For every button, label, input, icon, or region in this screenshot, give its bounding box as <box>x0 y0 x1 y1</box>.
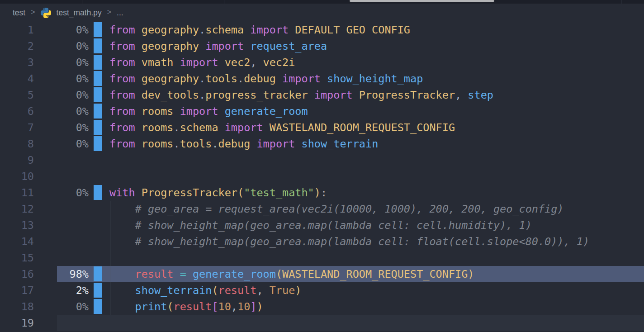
token-kw: from <box>109 105 142 118</box>
code-text[interactable]: # geo_area = request_area(vec2i(10000, 1… <box>102 201 564 217</box>
coverage-percent: 0% <box>34 22 89 38</box>
coverage-marker[interactable] <box>94 22 102 37</box>
coverage-marker[interactable] <box>94 299 102 314</box>
token-nu: 10 <box>218 300 231 313</box>
code-text[interactable]: from rooms.tools.debug import show_terra… <box>102 136 378 152</box>
code-line-7[interactable]: 70%from rooms.schema import WASTELAND_RO… <box>0 119 644 136</box>
line-number: 9 <box>0 152 34 168</box>
coverage-percent: 0% <box>34 119 89 136</box>
code-line-3[interactable]: 30%from vmath import vec2, vec2i <box>0 54 644 71</box>
token-kw: import <box>199 40 250 52</box>
token-pu <box>109 300 135 313</box>
indent-guide <box>110 201 110 315</box>
code-line-13[interactable]: 13 # show_height_map(geo_area.map(lambda… <box>0 217 644 233</box>
line-number: 18 <box>0 299 34 315</box>
token-pu: . <box>199 24 205 36</box>
token-pu <box>109 268 135 280</box>
code-text[interactable]: from geography import request_area <box>102 38 327 54</box>
code-text[interactable] <box>102 168 109 185</box>
coverage-marker[interactable] <box>94 38 102 53</box>
breadcrumb-symbol-ellipsis[interactable]: ... <box>117 8 123 18</box>
coverage-percent: 0% <box>34 54 89 71</box>
token-mod: schema <box>205 24 244 36</box>
code-text[interactable] <box>102 315 109 331</box>
coverage-marker[interactable] <box>94 185 102 200</box>
token-fn: request_area <box>250 40 327 52</box>
code-text[interactable] <box>102 152 109 168</box>
code-editor[interactable]: 10%from geography.schema import DEFAULT_… <box>0 22 644 331</box>
code-line-6[interactable]: 60%from rooms import generate_room <box>0 103 644 119</box>
coverage-marker[interactable] <box>94 266 102 281</box>
token-pu <box>173 268 180 280</box>
token-b2: [ <box>212 300 218 313</box>
coverage-marker[interactable] <box>94 136 102 151</box>
coverage-percent <box>34 315 89 331</box>
token-mod: WASTELAND_ROOM_REQUEST_CONFIG <box>282 268 468 280</box>
code-line-4[interactable]: 40%from geography.tools.debug import sho… <box>0 71 644 87</box>
token-mod: geography <box>142 40 199 52</box>
coverage-percent: 2% <box>34 282 89 299</box>
code-line-19[interactable]: 19 <box>0 315 644 331</box>
token-pu: . <box>212 138 218 150</box>
coverage-marker[interactable] <box>94 55 102 70</box>
token-op: = <box>180 268 186 280</box>
code-text[interactable]: print(result[10,10]) <box>102 299 263 315</box>
coverage-marker[interactable] <box>94 283 102 298</box>
token-pu: , <box>250 56 263 69</box>
breadcrumb-folder[interactable]: test <box>13 8 25 18</box>
code-text[interactable]: from vmath import vec2, vec2i <box>102 54 295 71</box>
code-text[interactable]: from rooms import generate_room <box>102 103 308 119</box>
code-line-5[interactable]: 50%from dev_tools.progress_tracker impor… <box>0 87 644 103</box>
token-kw: with <box>109 186 142 199</box>
code-line-2[interactable]: 20%from geography import request_area <box>0 38 644 54</box>
token-nu: True <box>270 284 295 297</box>
coverage-marker[interactable] <box>94 120 102 135</box>
code-text[interactable] <box>102 250 109 266</box>
token-b1: ( <box>167 300 173 313</box>
coverage-percent <box>34 152 89 168</box>
code-text[interactable]: from geography.schema import DEFAULT_GEO… <box>102 22 410 38</box>
code-text[interactable]: from geography.tools.debug import show_h… <box>102 71 423 87</box>
code-line-15[interactable]: 15 <box>0 250 644 266</box>
code-line-11[interactable]: 110%with ProgressTracker("test_math"): <box>0 185 644 201</box>
code-line-8[interactable]: 80%from rooms.tools.debug import show_te… <box>0 136 644 152</box>
code-line-12[interactable]: 12 # geo_area = request_area(vec2i(10000… <box>0 201 644 217</box>
code-line-17[interactable]: 172% show_terrain(result, True) <box>0 282 644 299</box>
line-number: 3 <box>0 54 34 71</box>
code-lines: 10%from geography.schema import DEFAULT_… <box>0 22 644 331</box>
editor-window: test > test_math.py > ... 10%from geogra… <box>0 0 644 332</box>
token-pu: . <box>199 72 205 85</box>
code-text[interactable]: from rooms.schema import WASTELAND_ROOM_… <box>102 119 455 136</box>
token-mod: ProgressTracker <box>359 89 455 101</box>
code-text[interactable]: show_terrain(result, True) <box>102 282 301 299</box>
code-line-9[interactable]: 9 <box>0 152 644 168</box>
code-text[interactable]: with ProgressTracker("test_math"): <box>102 185 327 201</box>
token-fn: show_height_map <box>327 72 423 85</box>
coverage-marker[interactable] <box>94 104 102 119</box>
line-number: 13 <box>0 217 34 233</box>
coverage-marker[interactable] <box>94 71 102 86</box>
token-b1: ( <box>237 186 244 199</box>
token-vr: result <box>218 284 257 297</box>
code-line-18[interactable]: 180% print(result[10,10]) <box>0 299 644 315</box>
code-line-10[interactable]: 10 <box>0 168 644 185</box>
code-text[interactable]: result = generate_room(WASTELAND_ROOM_RE… <box>102 266 474 282</box>
breadcrumb-file[interactable]: test_math.py <box>57 8 102 18</box>
code-line-1[interactable]: 10%from geography.schema import DEFAULT_… <box>0 22 644 38</box>
token-vr: result <box>174 300 212 313</box>
code-line-14[interactable]: 14 # show_height_map(geo_area.map(lambda… <box>0 233 644 250</box>
line-number: 14 <box>0 233 34 250</box>
token-fn: show_terrain <box>135 284 212 297</box>
code-text[interactable]: # show_height_map(geo_area.map(lambda ce… <box>102 233 589 250</box>
code-line-16[interactable]: 1698% result = generate_room(WASTELAND_R… <box>0 266 644 282</box>
token-kw: import <box>218 121 270 134</box>
token-kw: from <box>109 72 142 85</box>
token-pu: : <box>321 186 327 199</box>
current-line-highlight <box>57 315 644 331</box>
token-kw: from <box>109 89 142 101</box>
code-text[interactable]: from dev_tools.progress_tracker import P… <box>102 87 493 103</box>
line-number: 7 <box>0 119 34 136</box>
code-text[interactable]: # show_height_map(geo_area.map(lambda ce… <box>102 217 532 233</box>
tab-scrollbar-thumb[interactable] <box>350 0 494 2</box>
coverage-marker[interactable] <box>94 87 102 102</box>
